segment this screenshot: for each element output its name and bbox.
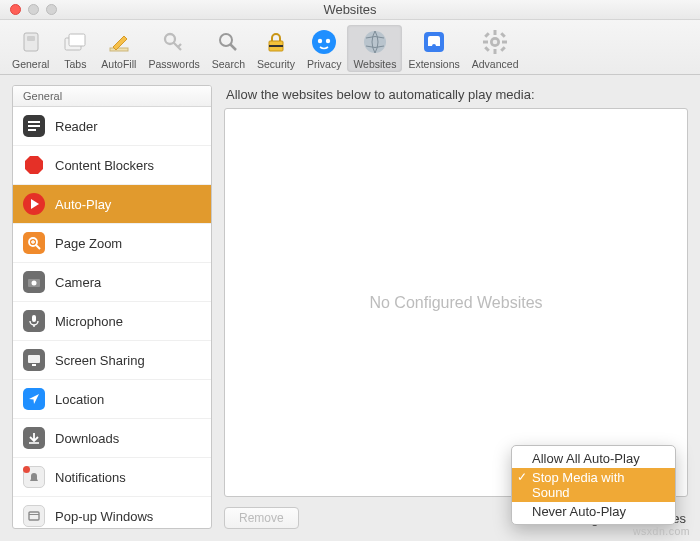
toolbar-general[interactable]: General	[6, 25, 55, 72]
sidebar-item-content-blockers[interactable]: Content Blockers	[13, 145, 211, 184]
svg-rect-16	[494, 30, 497, 35]
pencil-icon	[105, 28, 133, 56]
sidebar-item-label: Camera	[55, 275, 101, 290]
sidebar-item-microphone[interactable]: Microphone	[13, 301, 211, 340]
window-title: Websites	[0, 2, 700, 17]
window-titlebar: Websites	[0, 0, 700, 20]
sidebar-item-reader[interactable]: Reader	[13, 107, 211, 145]
sidebar-item-label: Auto-Play	[55, 197, 111, 212]
svg-rect-3	[69, 34, 85, 46]
downloads-icon	[23, 427, 45, 449]
zoom-window-button[interactable]	[46, 4, 57, 15]
websites-sidebar: General Reader Content Blockers Auto-Pla…	[12, 85, 212, 529]
svg-point-11	[318, 38, 322, 42]
toolbar-label: Privacy	[307, 58, 341, 70]
dropdown-option-never[interactable]: Never Auto-Play	[512, 502, 675, 521]
sidebar-item-page-zoom[interactable]: Page Zoom	[13, 223, 211, 262]
toolbar-label: General	[12, 58, 49, 70]
remove-button[interactable]: Remove	[224, 507, 299, 529]
sidebar-item-auto-play[interactable]: Auto-Play	[13, 184, 211, 223]
sidebar-item-popup-windows[interactable]: Pop-up Windows	[13, 496, 211, 528]
camera-icon	[23, 271, 45, 293]
svg-point-24	[493, 39, 498, 44]
privacy-icon	[310, 28, 338, 56]
sidebar-item-label: Screen Sharing	[55, 353, 145, 368]
play-icon	[23, 193, 45, 215]
toolbar-passwords[interactable]: Passwords	[142, 25, 205, 72]
svg-rect-39	[32, 364, 36, 366]
svg-line-31	[36, 245, 40, 249]
sidebar-item-label: Notifications	[55, 470, 126, 485]
dropdown-option-label: Never Auto-Play	[532, 504, 626, 519]
sidebar-item-camera[interactable]: Camera	[13, 262, 211, 301]
toolbar-security[interactable]: Security	[251, 25, 301, 72]
toolbar-privacy[interactable]: Privacy	[301, 25, 347, 72]
svg-rect-9	[269, 45, 283, 47]
toolbar-label: AutoFill	[101, 58, 136, 70]
toolbar-autofill[interactable]: AutoFill	[95, 25, 142, 72]
dropdown-option-label: Allow All Auto-Play	[532, 451, 640, 466]
toolbar-label: Security	[257, 58, 295, 70]
svg-rect-0	[24, 33, 38, 51]
svg-point-35	[32, 281, 37, 286]
search-icon	[214, 28, 242, 56]
preferences-toolbar: General Tabs AutoFill Passwords Search S…	[0, 20, 700, 75]
configured-websites-list[interactable]: No Configured Websites	[224, 108, 688, 497]
stop-icon	[23, 154, 45, 176]
svg-marker-40	[29, 394, 39, 404]
toolbar-websites[interactable]: Websites	[347, 25, 402, 72]
lock-caution-icon	[262, 28, 290, 56]
window-icon	[23, 505, 45, 527]
svg-rect-36	[32, 315, 36, 322]
dropdown-option-allow-all[interactable]: Allow All Auto-Play	[512, 449, 675, 468]
sidebar-header: General	[13, 86, 211, 107]
svg-rect-4	[110, 48, 128, 51]
svg-point-12	[326, 38, 330, 42]
globe-icon	[361, 28, 389, 56]
svg-rect-38	[28, 355, 40, 363]
toolbar-search[interactable]: Search	[206, 25, 251, 72]
sidebar-item-screen-sharing[interactable]: Screen Sharing	[13, 340, 211, 379]
svg-rect-22	[484, 46, 490, 52]
sidebar-item-location[interactable]: Location	[13, 379, 211, 418]
toolbar-advanced[interactable]: Advanced	[466, 25, 525, 72]
switch-icon	[17, 28, 45, 56]
svg-rect-17	[494, 49, 497, 54]
autoplay-policy-dropdown[interactable]: Allow All Auto-Play ✓ Stop Media with So…	[511, 445, 676, 525]
location-icon	[23, 388, 45, 410]
close-window-button[interactable]	[10, 4, 21, 15]
toolbar-extensions[interactable]: Extensions	[402, 25, 465, 72]
svg-rect-23	[500, 32, 506, 38]
sidebar-item-notifications[interactable]: Notifications	[13, 457, 211, 496]
toolbar-tabs[interactable]: Tabs	[55, 25, 95, 72]
svg-rect-20	[484, 32, 490, 38]
puzzle-icon	[420, 28, 448, 56]
svg-rect-18	[483, 40, 488, 43]
toolbar-label: Search	[212, 58, 245, 70]
svg-rect-25	[28, 121, 40, 123]
microphone-icon	[23, 310, 45, 332]
sidebar-item-downloads[interactable]: Downloads	[13, 418, 211, 457]
sidebar-item-label: Page Zoom	[55, 236, 122, 251]
toolbar-label: Extensions	[408, 58, 459, 70]
svg-point-13	[364, 31, 386, 53]
dropdown-option-label: Stop Media with Sound	[532, 470, 625, 500]
check-icon: ✓	[517, 470, 527, 484]
svg-marker-29	[31, 199, 39, 209]
traffic-lights	[0, 4, 57, 15]
sidebar-item-label: Pop-up Windows	[55, 509, 153, 524]
sidebar-item-label: Content Blockers	[55, 158, 154, 173]
sidebar-list: Reader Content Blockers Auto-Play Page Z…	[13, 107, 211, 528]
toolbar-label: Passwords	[148, 58, 199, 70]
empty-placeholder: No Configured Websites	[369, 294, 542, 312]
minimize-window-button[interactable]	[28, 4, 39, 15]
svg-marker-28	[25, 156, 43, 174]
svg-rect-19	[502, 40, 507, 43]
svg-rect-1	[27, 36, 35, 41]
sidebar-item-label: Location	[55, 392, 104, 407]
svg-rect-26	[28, 125, 40, 127]
svg-point-10	[312, 30, 336, 54]
svg-rect-42	[29, 512, 39, 520]
bell-icon	[23, 466, 45, 488]
dropdown-option-stop-sound[interactable]: ✓ Stop Media with Sound	[512, 468, 675, 502]
